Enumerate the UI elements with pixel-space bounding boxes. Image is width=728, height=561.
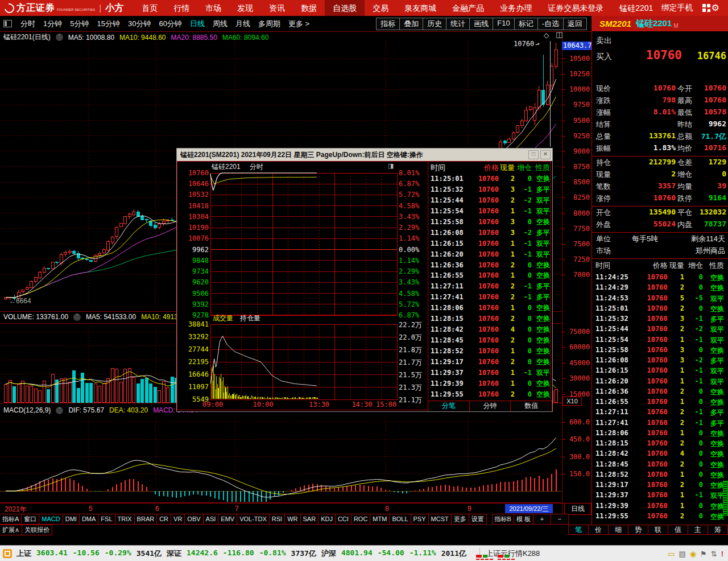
tick-row[interactable]: 11:28:521076010空换 (592, 471, 724, 480)
indicator-tab[interactable]: 窗口 (21, 514, 39, 525)
menu-item[interactable]: 市场 (197, 0, 229, 16)
collapse-icon[interactable]: ˇ (56, 407, 63, 414)
tick-row[interactable]: 11:26:08107603-2多平 (592, 356, 724, 366)
tick-row[interactable]: 11:25:581076030空换 (592, 346, 724, 356)
tick-row[interactable]: 11:26:361076020空换 (592, 387, 724, 397)
indicator-tab[interactable]: BOLL (389, 514, 411, 525)
bind-phone-link[interactable]: 绑定手机 (661, 3, 693, 13)
indicator-tab[interactable]: RSI (269, 514, 285, 525)
tick-row[interactable]: 11:26:15107601-1双平 (428, 238, 552, 249)
indicator-tab[interactable]: SAR (300, 514, 319, 525)
tick-row[interactable]: 11:28:151076020空换 (428, 314, 552, 324)
period-item[interactable]: 日线 (186, 19, 209, 29)
tick-row[interactable]: 11:25:011076020空换 (592, 304, 724, 314)
tick-row[interactable]: 11:26:20107601-1双平 (428, 249, 552, 260)
tick-row[interactable]: 11:29:171076020空换 (592, 481, 724, 490)
menu-item[interactable]: 证券交易未登录 (540, 0, 611, 16)
indicator-tab[interactable]: EMV (218, 514, 237, 525)
menu-item[interactable]: 交易 (365, 0, 396, 16)
tick-row[interactable]: 11:29:37107601-1双平 (428, 368, 552, 378)
panel-tab[interactable]: 势 (628, 525, 648, 535)
period-item[interactable]: 1分钟 (39, 19, 66, 29)
indicator-tab[interactable]: DMA (79, 514, 98, 525)
period-item[interactable]: 分时 (16, 19, 39, 29)
collapse-icon[interactable]: ˇ (73, 314, 81, 321)
tick-row[interactable]: 11:26:551076010空换 (592, 398, 724, 407)
toolbar-button[interactable]: F10 (493, 18, 514, 30)
indicator-tab[interactable]: 更多 (451, 514, 469, 525)
panel-tab[interactable]: 联 (648, 525, 668, 535)
tick-row[interactable]: 11:26:15107601-1双平 (592, 366, 724, 376)
period-item[interactable]: 月线 (231, 19, 254, 29)
tick-row[interactable]: 11:29:551076020空换 (428, 389, 552, 400)
period-item[interactable]: 周线 (209, 19, 231, 29)
toolbar-button[interactable]: 历史 (423, 18, 446, 30)
menu-item[interactable]: 业务办理 (492, 0, 540, 16)
toolbar-button[interactable]: 标记 (514, 18, 538, 30)
scrollbar-thumb[interactable] (723, 481, 728, 516)
popup-tab[interactable]: 分笔 (428, 401, 470, 411)
tick-row[interactable]: 11:25:32107603-1多平 (428, 184, 552, 195)
menu-item[interactable]: 泉友商城 (396, 0, 444, 16)
tick-row[interactable]: 11:28:521076010空换 (428, 346, 552, 357)
indicator-tab[interactable]: VOL-TDX (237, 514, 270, 525)
tick-row[interactable]: 11:28:061076010空换 (592, 429, 724, 439)
sort-icon[interactable]: ⇅ (711, 550, 717, 558)
tick-row[interactable]: 11:29:171076020空换 (428, 357, 552, 368)
tick-row[interactable]: 11:29:551076020空换 (592, 512, 724, 522)
period-item[interactable]: 多周期 (254, 19, 284, 29)
popup-maximize-icon[interactable]: □ (528, 150, 539, 159)
toolbar-button[interactable]: 统计 (446, 18, 470, 30)
news-icon[interactable]: ▤ (679, 550, 685, 558)
tick-row[interactable]: 11:26:551076010空换 (428, 270, 552, 281)
menu-item[interactable]: 首页 (134, 0, 166, 16)
panel-tab[interactable]: 值 (668, 525, 688, 535)
intraday-chart[interactable] (177, 162, 428, 411)
tick-row[interactable]: 11:29:391076010空换 (592, 502, 724, 512)
popup-pane-icon[interactable]: ◨ (388, 162, 394, 170)
period-item[interactable]: 15分钟 (93, 19, 123, 29)
toolbar-button[interactable]: 画线 (469, 18, 493, 30)
indicator-tab[interactable]: CCI (335, 514, 351, 525)
tick-row[interactable]: 11:26:08107603-2多平 (428, 228, 552, 238)
extension-tab[interactable]: 扩展∧ (0, 525, 22, 535)
panel-tab[interactable]: 价 (588, 525, 609, 535)
panel-tab[interactable]: 细 (608, 525, 628, 535)
tick-row[interactable]: 11:28:451076020空换 (428, 335, 552, 346)
menu-item[interactable]: 资讯 (261, 0, 293, 16)
period-item[interactable]: 5分钟 (66, 19, 93, 29)
tick-row[interactable]: 11:25:44107602-2双平 (428, 195, 552, 206)
popup-close-icon[interactable]: ✕ (540, 150, 551, 159)
panel-tab[interactable]: 主 (688, 525, 708, 535)
indicator-tab[interactable]: VR (171, 514, 185, 525)
indicator-tab[interactable]: KDJ (318, 514, 336, 525)
indicator-tab[interactable]: + (533, 514, 551, 525)
tick-row[interactable]: 11:28:061076010空换 (428, 303, 552, 314)
tick-row[interactable]: 11:24:291076020空换 (592, 283, 724, 293)
message-icon[interactable]: ▭ (668, 550, 675, 558)
indicator-tab[interactable]: 模 板 (514, 514, 533, 525)
tick-row[interactable]: 11:28:421076040空换 (592, 449, 724, 459)
tick-row[interactable]: 11:24:251076010空换 (592, 273, 724, 283)
indicator-tab[interactable]: 指标A (0, 514, 22, 525)
tick-row[interactable]: 11:25:54107601-1双平 (428, 206, 552, 217)
menu-item[interactable]: 发现 (229, 0, 261, 16)
tick-row[interactable]: 11:27:41107602-1多平 (592, 419, 724, 428)
collapse-icon[interactable]: ˇ (56, 34, 63, 41)
popup-tick-table[interactable]: 时间价格现量增仓性质11:25:011076020空换11:25:3210760… (428, 162, 552, 401)
menu-item[interactable]: 自选股 (325, 0, 365, 16)
tick-row[interactable]: 11:29:391076010空换 (428, 378, 552, 389)
toolbar-button[interactable]: 返回 (563, 18, 587, 30)
popup-tab[interactable]: 分钟 (470, 401, 511, 411)
indicator-tab[interactable]: 指标B (492, 514, 514, 525)
gear-icon[interactable]: ⚙ (711, 4, 719, 12)
menu-item[interactable]: 金融产品 (444, 0, 492, 16)
tick-row[interactable]: 11:27:11107602-1多平 (428, 281, 552, 292)
app-status-icon[interactable] (3, 549, 12, 558)
indicator-tab[interactable]: PSY (411, 514, 429, 525)
indicator-tab[interactable]: WR (284, 514, 300, 525)
macd-chart[interactable] (0, 416, 562, 503)
menu-item[interactable]: 行情 (166, 0, 197, 16)
coin-icon[interactable]: ◉ (690, 550, 696, 558)
toolbar-button[interactable]: 叠加 (399, 18, 423, 30)
